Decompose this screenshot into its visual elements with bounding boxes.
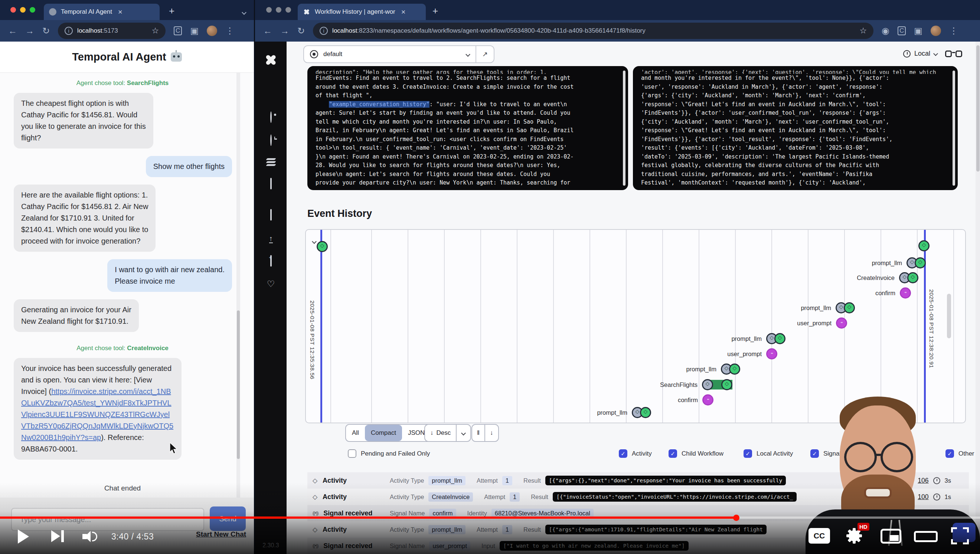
bookmark-star-icon[interactable]: ☆ <box>859 26 867 36</box>
shield-icon[interactable]: ◉ <box>881 25 889 36</box>
temporal-sidebar: ↑ ♡ <box>255 41 286 554</box>
docs-book-icon[interactable] <box>270 256 272 266</box>
archive-tray-icon[interactable] <box>270 178 272 189</box>
checkbox[interactable]: ✓ <box>668 449 677 458</box>
minimize-window-button[interactable] <box>20 7 25 13</box>
address-bar[interactable]: i localhost:8233/namespaces/default/work… <box>313 23 873 39</box>
schedules-clock-icon[interactable] <box>270 135 272 146</box>
close-window-button[interactable] <box>266 7 272 13</box>
extension-ci-icon[interactable]: C <box>897 26 906 35</box>
namespaces-cube-icon[interactable] <box>270 210 272 220</box>
activity-completed-marker[interactable] <box>640 407 651 418</box>
close-tab-icon[interactable]: × <box>118 8 123 16</box>
view-mode-compact[interactable]: Compact <box>365 425 402 441</box>
puzzle-extensions-icon[interactable]: ▣ <box>190 25 199 36</box>
signal-marker[interactable] <box>766 348 777 360</box>
refresh-icon[interactable]: ↻ <box>42 25 50 36</box>
volume-icon[interactable] <box>83 531 99 543</box>
filter-checkbox-activity[interactable]: ✓Activity <box>619 449 652 458</box>
zoom-window-button[interactable] <box>30 7 35 13</box>
extension-ci-icon[interactable]: C <box>174 26 182 35</box>
scrollbar-thumb[interactable] <box>237 310 240 459</box>
forward-icon[interactable]: → <box>25 25 34 36</box>
activity-completed-marker[interactable] <box>915 257 926 269</box>
field-value-code[interactable]: [{"args":{},"next":"done","response":"Yo… <box>545 476 786 485</box>
profile-avatar[interactable] <box>207 25 217 36</box>
kebab-menu-icon[interactable]: ⋮ <box>225 25 234 36</box>
view-mode-all[interactable]: All <box>346 425 365 441</box>
zoom-window-button[interactable] <box>285 7 291 13</box>
activity-completed-marker[interactable] <box>907 272 918 283</box>
activity-scheduled-marker[interactable] <box>702 379 713 390</box>
workflow-start-marker[interactable] <box>317 241 328 252</box>
back-icon[interactable]: ← <box>8 25 17 36</box>
code-panel-result[interactable]: 'actor': 'agent', 'response': {'next': '… <box>633 66 958 190</box>
reader-glasses-icon[interactable] <box>945 51 962 59</box>
filter-checkbox-local-activity[interactable]: ✓Local Activity <box>743 449 793 458</box>
theater-mode-icon[interactable] <box>914 531 938 542</box>
close-tab-icon[interactable]: × <box>401 8 406 16</box>
site-info-icon[interactable]: i <box>320 27 328 35</box>
traffic-lights[interactable] <box>10 7 35 13</box>
traffic-lights-inactive[interactable] <box>266 7 291 13</box>
checkbox[interactable]: ✓ <box>743 449 752 458</box>
minimize-window-button[interactable] <box>276 7 282 13</box>
miniplayer-icon[interactable] <box>880 529 901 544</box>
bookmark-star-icon[interactable]: ☆ <box>151 26 159 36</box>
new-tab-button[interactable]: + <box>433 5 438 17</box>
chevron-down-icon[interactable] <box>466 51 469 57</box>
signal-marker[interactable] <box>702 394 713 406</box>
kebab-menu-icon[interactable]: ⋮ <box>949 25 958 36</box>
pending-failed-checkbox[interactable]: Pending and Failed Only <box>348 449 430 458</box>
import-upload-icon[interactable]: ↑ <box>269 233 273 243</box>
sort-control[interactable]: ↓Desc <box>424 424 471 442</box>
activity-completed-marker[interactable] <box>844 302 855 314</box>
forward-icon[interactable]: → <box>280 25 289 36</box>
puzzle-extensions-icon[interactable]: ▣ <box>914 25 923 36</box>
namespace-selector[interactable]: default ↗ <box>303 45 495 63</box>
refresh-icon[interactable]: ↻ <box>298 25 305 36</box>
next-icon[interactable] <box>51 530 64 544</box>
field-value-code[interactable]: [{"invoiceStatus":"open","invoiceURL":"h… <box>553 492 797 501</box>
settings-gear-icon[interactable] <box>847 529 861 543</box>
tab-search-chevron[interactable] <box>242 9 246 16</box>
invoice-link[interactable]: https://invoice.stripe.com/i/acct_1NBOLu… <box>21 387 173 441</box>
workflows-eye-icon[interactable] <box>270 112 272 123</box>
site-info-icon[interactable]: i <box>65 27 73 35</box>
batch-layers-icon[interactable] <box>267 158 275 166</box>
code-scrollbar[interactable] <box>623 70 625 186</box>
filter-checkbox-child-workflow[interactable]: ✓Child Workflow <box>668 449 724 458</box>
activity-completed-marker[interactable] <box>729 363 740 375</box>
close-window-button[interactable] <box>10 7 16 13</box>
video-progress-bar[interactable] <box>0 516 980 519</box>
workflow-end-marker[interactable] <box>918 240 929 252</box>
signal-marker[interactable] <box>836 317 847 329</box>
feedback-heart-icon[interactable]: ♡ <box>267 279 275 289</box>
back-icon[interactable]: ← <box>263 25 272 36</box>
profile-avatar[interactable] <box>931 25 941 36</box>
scrollbar-thumb[interactable] <box>976 45 980 172</box>
signal-marker[interactable] <box>900 287 911 299</box>
captions-button[interactable]: CC <box>808 528 830 544</box>
play-icon[interactable] <box>18 530 29 544</box>
sort-chevron[interactable] <box>456 425 470 441</box>
code-scrollbar[interactable] <box>953 70 955 186</box>
timezone-selector[interactable]: Local <box>903 50 937 57</box>
timeline-scrollbar-thumb[interactable] <box>947 294 951 338</box>
activity-completed-marker[interactable] <box>721 379 732 390</box>
tab-temporal-ai-agent[interactable]: Temporal AI Agent × <box>44 4 160 20</box>
progress-scrubber[interactable] <box>733 515 740 521</box>
tab-workflow-history[interactable]: Workflow History | agent-wor × <box>298 4 426 20</box>
pause-button[interactable]: ‖ <box>472 425 484 441</box>
temporal-logo-icon[interactable] <box>260 49 282 70</box>
checkbox[interactable]: ✓ <box>619 449 627 458</box>
download-button[interactable]: ↓ <box>484 425 498 441</box>
address-bar[interactable]: i localhost:5173 ☆ <box>58 23 165 39</box>
code-panel-input[interactable]: description": "Help the user gather args… <box>307 66 628 190</box>
collapse-chevron-icon[interactable] <box>313 238 316 245</box>
external-link-icon[interactable]: ↗ <box>476 46 494 62</box>
chat-scrollbar[interactable] <box>237 73 240 498</box>
fullscreen-icon[interactable] <box>951 527 969 544</box>
activity-completed-marker[interactable] <box>774 333 786 344</box>
new-tab-button[interactable]: + <box>169 5 175 17</box>
